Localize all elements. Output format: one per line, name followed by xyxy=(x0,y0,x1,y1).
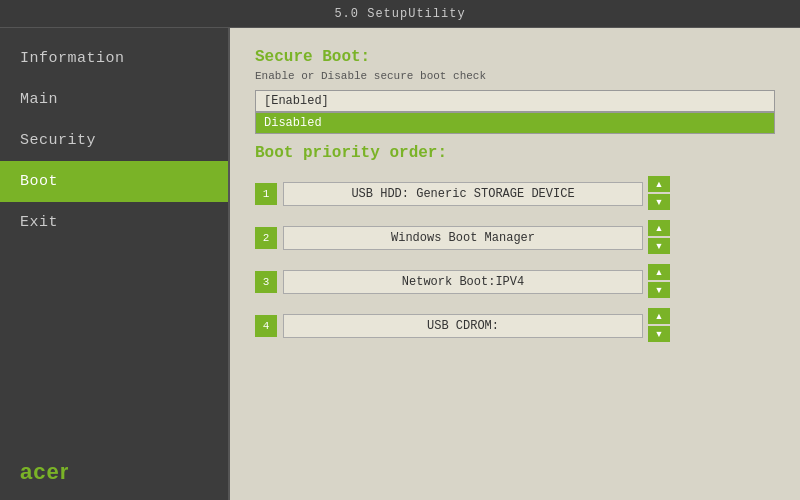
secure-boot-desc: Enable or Disable secure boot check xyxy=(255,70,775,82)
secure-boot-disabled-option[interactable]: Disabled xyxy=(255,112,775,134)
boot-priority-title: Boot priority order: xyxy=(255,144,775,162)
sidebar: Information Main Security Boot Exit acer xyxy=(0,28,230,500)
boot-item-up-1[interactable]: ▲ xyxy=(648,176,670,192)
sidebar-item-exit[interactable]: Exit xyxy=(0,202,228,243)
boot-item-down-2[interactable]: ▼ xyxy=(648,238,670,254)
secure-boot-dropdown[interactable]: [Enabled] Disabled xyxy=(255,90,775,134)
boot-item-up-3[interactable]: ▲ xyxy=(648,264,670,280)
boot-item-arrows-4: ▲ ▼ xyxy=(648,308,670,344)
sidebar-item-security[interactable]: Security xyxy=(0,120,228,161)
sidebar-item-boot[interactable]: Boot xyxy=(0,161,228,202)
boot-item-number-2: 2 xyxy=(255,227,277,249)
boot-item-up-2[interactable]: ▲ xyxy=(648,220,670,236)
boot-item-label-3: Network Boot:IPV4 xyxy=(283,270,643,294)
boot-item-label-4: USB CDROM: xyxy=(283,314,643,338)
boot-item-number-4: 4 xyxy=(255,315,277,337)
boot-item-down-1[interactable]: ▼ xyxy=(648,194,670,210)
boot-item-down-3[interactable]: ▼ xyxy=(648,282,670,298)
title-text: 5.0 SetupUtility xyxy=(334,7,465,21)
content-area: Secure Boot: Enable or Disable secure bo… xyxy=(230,28,800,500)
acer-logo: acer xyxy=(20,459,208,485)
boot-item-row-2: 2 Windows Boot Manager ▲ ▼ xyxy=(255,220,775,256)
boot-item-number-3: 3 xyxy=(255,271,277,293)
boot-item-up-4[interactable]: ▲ xyxy=(648,308,670,324)
main-layout: Information Main Security Boot Exit acer… xyxy=(0,28,800,500)
boot-item-label-1: USB HDD: Generic STORAGE DEVICE xyxy=(283,182,643,206)
title-bar: 5.0 SetupUtility xyxy=(0,0,800,28)
boot-item-number-1: 1 xyxy=(255,183,277,205)
boot-item-label-2: Windows Boot Manager xyxy=(283,226,643,250)
secure-boot-selected[interactable]: [Enabled] xyxy=(255,90,775,112)
boot-item-arrows-3: ▲ ▼ xyxy=(648,264,670,300)
boot-item-row-1: 1 USB HDD: Generic STORAGE DEVICE ▲ ▼ xyxy=(255,176,775,212)
boot-item-arrows-2: ▲ ▼ xyxy=(648,220,670,256)
sidebar-item-main[interactable]: Main xyxy=(0,79,228,120)
boot-item-arrows-1: ▲ ▼ xyxy=(648,176,670,212)
secure-boot-title: Secure Boot: xyxy=(255,48,775,66)
boot-item-row-4: 4 USB CDROM: ▲ ▼ xyxy=(255,308,775,344)
boot-item-down-4[interactable]: ▼ xyxy=(648,326,670,342)
boot-item-row-3: 3 Network Boot:IPV4 ▲ ▼ xyxy=(255,264,775,300)
sidebar-item-information[interactable]: Information xyxy=(0,38,228,79)
sidebar-logo: acer xyxy=(0,444,228,500)
